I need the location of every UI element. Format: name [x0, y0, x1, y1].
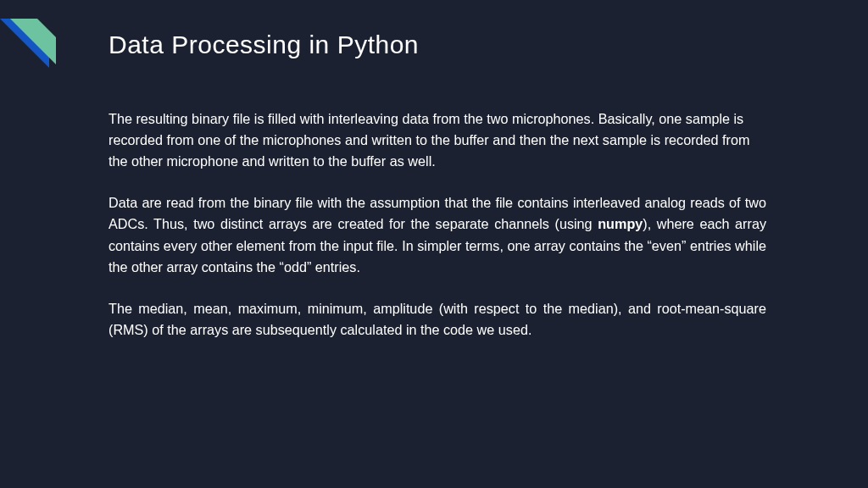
slide-content: Data Processing in Python The resulting …: [0, 0, 868, 395]
slide-title: Data Processing in Python: [108, 30, 766, 59]
paragraph-2-bold: numpy: [598, 216, 643, 231]
paragraph-3: The median, mean, maximum, minimum, ampl…: [108, 298, 766, 341]
paragraph-2: Data are read from the binary file with …: [108, 192, 766, 277]
paragraph-1: The resulting binary file is filled with…: [108, 108, 766, 172]
